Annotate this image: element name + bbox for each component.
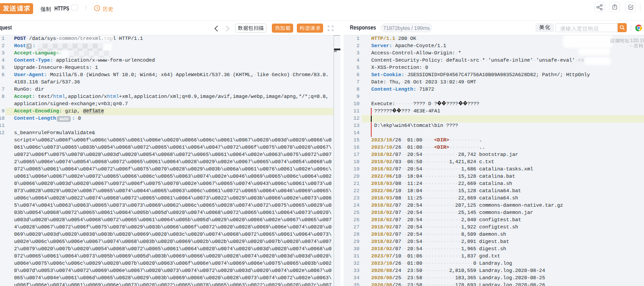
svg-text:?: ? xyxy=(464,102,466,105)
svg-text:?: ? xyxy=(393,109,395,112)
svg-text:?: ? xyxy=(460,102,462,105)
svg-text:?: ? xyxy=(438,102,440,105)
svg-text:?: ? xyxy=(398,109,400,112)
svg-text:?: ? xyxy=(443,102,445,105)
